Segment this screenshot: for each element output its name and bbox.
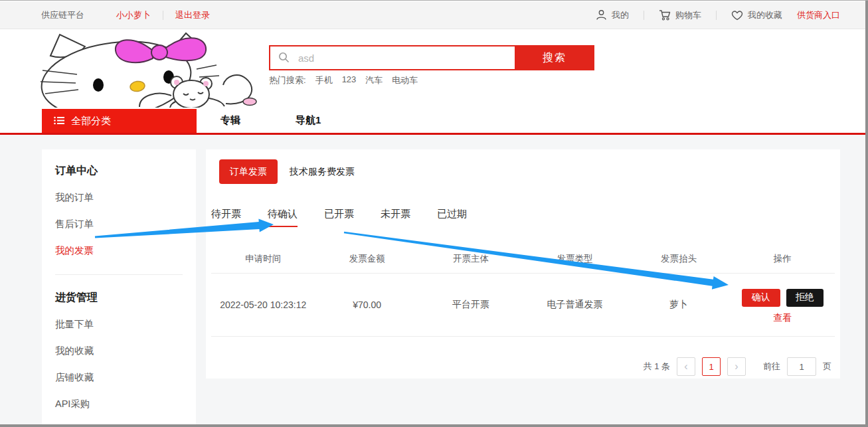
sidebar-item-aftersale-orders[interactable]: 售后订单 [55, 218, 183, 230]
horizontal-scrollbar[interactable] [0, 424, 868, 427]
topbar-divider [644, 11, 644, 20]
goto-page-input[interactable] [787, 357, 816, 376]
cell-issuer: 平台开票 [419, 299, 523, 311]
all-categories-button[interactable]: 全部分类 [42, 109, 197, 133]
pagination-total: 共 1 条 [644, 361, 670, 373]
search-input[interactable] [269, 45, 515, 70]
hot-search-label: 热门搜索: [269, 74, 306, 86]
tab-pending-confirm[interactable]: 待确认 [268, 208, 298, 227]
tech-service-invoice-button[interactable]: 技术服务费发票 [290, 166, 355, 178]
pagination: 共 1 条 ‹ 1 › 前往 页 [644, 357, 831, 376]
reject-button[interactable]: 拒绝 [786, 289, 824, 307]
sidebar-item-my-orders[interactable]: 我的订单 [55, 191, 183, 204]
cell-invoice-title: 萝卜 [627, 299, 731, 311]
sidebar-item-shop-favorites[interactable]: 店铺收藏 [55, 371, 183, 384]
hot-search-row: 热门搜索: 手机 123 汽车 电动车 [269, 74, 418, 86]
table-row: 2022-05-20 10:23:12 ¥70.00 平台开票 电子普通发票 萝… [211, 274, 835, 337]
cell-apply-time: 2022-05-20 10:23:12 [211, 299, 315, 310]
cell-actions: 确认 拒绝 查看 [731, 286, 834, 324]
invoice-type-row: 订单发票 技术服务费发票 [219, 159, 355, 184]
main-nav: 全部分类 专辑 导航1 [0, 109, 868, 133]
search-icon [278, 52, 290, 66]
page-unit-label: 页 [823, 361, 831, 373]
search-button[interactable]: 搜索 [515, 45, 594, 70]
view-link[interactable]: 查看 [773, 312, 792, 324]
platform-link[interactable]: 供应链平台 [41, 9, 84, 21]
sidebar-item-my-invoices[interactable]: 我的发票 [55, 244, 183, 257]
order-invoice-button[interactable]: 订单发票 [219, 159, 278, 184]
sidebar-section-title-purchase: 进货管理 [55, 291, 183, 305]
cell-invoice-type: 电子普通发票 [523, 299, 626, 311]
prev-page-button[interactable]: ‹ [677, 357, 695, 376]
invoice-table: 申请时间 发票金额 开票主体 发票类型 发票抬头 操作 2022-05-20 1… [211, 244, 835, 337]
table-header-row: 申请时间 发票金额 开票主体 发票类型 发票抬头 操作 [211, 244, 835, 274]
cart-icon [659, 9, 671, 21]
sidebar-item-bulk-order[interactable]: 批量下单 [55, 318, 183, 331]
username-link[interactable]: 小小萝卜 [116, 9, 151, 21]
sidebar-section-title-orders: 订单中心 [55, 164, 183, 178]
topbar-divider [716, 11, 717, 20]
hot-keyword[interactable]: 手机 [315, 74, 333, 86]
favorites-link[interactable]: 我的收藏 [731, 9, 782, 21]
col-issuer: 开票主体 [419, 253, 523, 265]
sidebar: 订单中心 我的订单 售后订单 我的发票 进货管理 批量下单 我的收藏 店铺收藏 … [42, 149, 196, 427]
confirm-button[interactable]: 确认 [742, 289, 780, 307]
topbar-divider [163, 11, 163, 20]
cart-link[interactable]: 购物车 [659, 9, 701, 21]
heart-icon [731, 10, 743, 21]
topbar: 供应链平台 小小萝卜 退出登录 我的 购物车 我的收藏 供货商入口 [0, 1, 868, 29]
next-page-button[interactable]: › [727, 357, 746, 376]
invoice-main-panel: 订单发票 技术服务费发票 待开票 待确认 已开票 未开票 已过期 申请时间 发票… [206, 149, 840, 379]
hot-keyword[interactable]: 汽车 [365, 74, 383, 86]
hot-keyword[interactable]: 电动车 [392, 74, 418, 86]
goto-label: 前往 [763, 361, 780, 373]
hot-keyword[interactable]: 123 [342, 74, 357, 86]
tab-not-issued[interactable]: 未开票 [381, 208, 410, 227]
search-bar: 搜索 [269, 45, 594, 70]
col-invoice-title: 发票抬头 [627, 253, 731, 265]
nav-item-album[interactable]: 专辑 [220, 114, 240, 127]
tab-pending-issue[interactable]: 待开票 [211, 208, 241, 227]
col-amount: 发票金额 [315, 253, 418, 265]
cell-amount: ¥70.00 [315, 299, 418, 310]
my-account-link[interactable]: 我的 [596, 9, 629, 21]
chevron-right-icon: › [735, 361, 738, 373]
supplier-entry-link[interactable]: 供货商入口 [797, 9, 840, 21]
sidebar-divider [55, 274, 183, 275]
user-icon [596, 9, 607, 21]
col-actions: 操作 [731, 253, 834, 265]
category-list-icon [54, 116, 64, 127]
logout-link[interactable]: 退出登录 [175, 9, 210, 21]
col-apply-time: 申请时间 [211, 253, 315, 265]
page-number-button[interactable]: 1 [702, 357, 721, 376]
sidebar-item-my-favorites[interactable]: 我的收藏 [55, 345, 183, 357]
chevron-left-icon: ‹ [684, 361, 687, 373]
logo-cat-image[interactable] [40, 32, 259, 108]
tab-issued[interactable]: 已开票 [324, 208, 354, 227]
sidebar-item-api-purchase[interactable]: API采购 [55, 398, 183, 410]
invoice-status-tabs: 待开票 待确认 已开票 未开票 已过期 [211, 208, 467, 227]
nav-item-nav1[interactable]: 导航1 [296, 114, 321, 127]
col-invoice-type: 发票类型 [523, 253, 626, 265]
vertical-scrollbar[interactable] [865, 1, 868, 427]
tab-expired[interactable]: 已过期 [437, 208, 467, 227]
